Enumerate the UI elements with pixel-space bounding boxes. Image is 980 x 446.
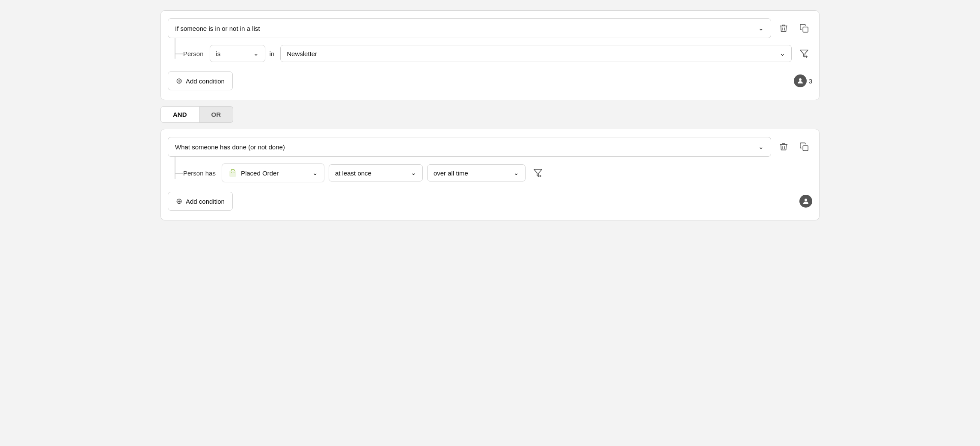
over-all-label: over all time	[434, 169, 468, 177]
condition-block-1: If someone is in or not in a list ⌄	[160, 10, 820, 100]
add-condition-label-2: Add condition	[186, 198, 225, 205]
filter-icon-1	[799, 49, 809, 58]
chevron-down-icon-2: ⌄	[758, 143, 764, 151]
add-condition-button-1[interactable]: ⊕ Add condition	[168, 71, 233, 90]
user-count-1: 3	[809, 77, 812, 85]
or-label: OR	[211, 111, 221, 118]
condition-sub-row-1: Person is ⌄ in Newsletter ⌄	[168, 45, 812, 62]
shopify-icon	[228, 168, 238, 178]
condition-main-select-1-label: If someone is in or not in a list	[175, 25, 260, 32]
copy-icon-2	[799, 142, 809, 152]
svg-point-4	[799, 78, 802, 81]
delete-button-1[interactable]	[775, 20, 792, 36]
trash-icon-2	[779, 142, 788, 152]
chevron-is-icon: ⌄	[253, 50, 259, 57]
svg-point-8	[231, 172, 232, 173]
is-select-1-label: is	[216, 50, 221, 57]
copy-icon-1	[799, 24, 809, 33]
person-icon-2	[802, 197, 810, 205]
svg-point-9	[234, 172, 235, 173]
person-has-label-2: Person has	[183, 169, 216, 177]
add-condition-label-1: Add condition	[186, 77, 225, 85]
condition-sub-row-2: Person has Placed Order ⌄	[168, 164, 812, 182]
plus-circle-icon-2: ⊕	[176, 196, 182, 206]
svg-rect-0	[803, 27, 808, 32]
chevron-newsletter-icon: ⌄	[780, 50, 785, 57]
at-least-label: at least once	[335, 169, 371, 177]
in-label-1: in	[270, 50, 275, 57]
svg-rect-7	[230, 171, 236, 176]
avatar-icon-1	[794, 74, 807, 87]
filter-button-2[interactable]	[530, 165, 546, 181]
placed-order-select[interactable]: Placed Order ⌄	[222, 164, 324, 182]
placed-order-label: Placed Order	[241, 169, 279, 177]
add-condition-button-2[interactable]: ⊕ Add condition	[168, 192, 233, 211]
svg-rect-5	[803, 146, 808, 151]
condition-block-2: What someone has done (or not done) ⌄	[160, 129, 820, 220]
duplicate-button-2[interactable]	[796, 139, 812, 155]
condition-main-select-2-label: What someone has done (or not done)	[175, 143, 285, 151]
condition-top-row-1: If someone is in or not in a list ⌄	[168, 18, 812, 38]
condition-top-row-2: What someone has done (or not done) ⌄	[168, 137, 812, 157]
condition-main-select-2[interactable]: What someone has done (or not done) ⌄	[168, 137, 771, 157]
user-badge-2	[799, 195, 812, 208]
and-button[interactable]: AND	[160, 106, 199, 123]
person-icon-1	[796, 77, 804, 85]
toggle-row: AND OR	[160, 106, 820, 123]
person-label-1: Person	[183, 50, 204, 57]
and-label: AND	[173, 111, 187, 118]
add-condition-row-2: ⊕ Add condition	[168, 192, 812, 211]
filter-icon-2	[533, 168, 543, 178]
svg-marker-1	[800, 50, 808, 57]
svg-point-13	[805, 199, 807, 201]
filter-button-1[interactable]	[796, 45, 812, 62]
placed-order-inner: Placed Order	[228, 168, 279, 178]
is-select-1[interactable]: is ⌄	[210, 45, 265, 62]
user-badge-1: 3	[794, 74, 812, 87]
newsletter-select-1[interactable]: Newsletter ⌄	[280, 45, 792, 62]
plus-circle-icon-1: ⊕	[176, 76, 182, 86]
chevron-at-least-icon: ⌄	[411, 169, 416, 177]
svg-marker-10	[534, 169, 542, 177]
trash-icon-1	[779, 24, 788, 33]
newsletter-label: Newsletter	[287, 50, 317, 57]
avatar-icon-2	[799, 195, 812, 208]
chevron-over-all-icon: ⌄	[514, 169, 519, 177]
chevron-placed-order-icon: ⌄	[312, 169, 318, 177]
duplicate-button-1[interactable]	[796, 20, 812, 36]
at-least-select[interactable]: at least once ⌄	[329, 164, 423, 181]
over-all-select[interactable]: over all time ⌄	[427, 164, 526, 181]
or-button[interactable]: OR	[199, 106, 234, 123]
chevron-down-icon-1: ⌄	[758, 24, 764, 32]
condition-main-select-1[interactable]: If someone is in or not in a list ⌄	[168, 18, 771, 38]
delete-button-2[interactable]	[775, 139, 792, 155]
page-container: If someone is in or not in a list ⌄	[160, 10, 820, 220]
add-condition-row-1: ⊕ Add condition 3	[168, 71, 812, 90]
